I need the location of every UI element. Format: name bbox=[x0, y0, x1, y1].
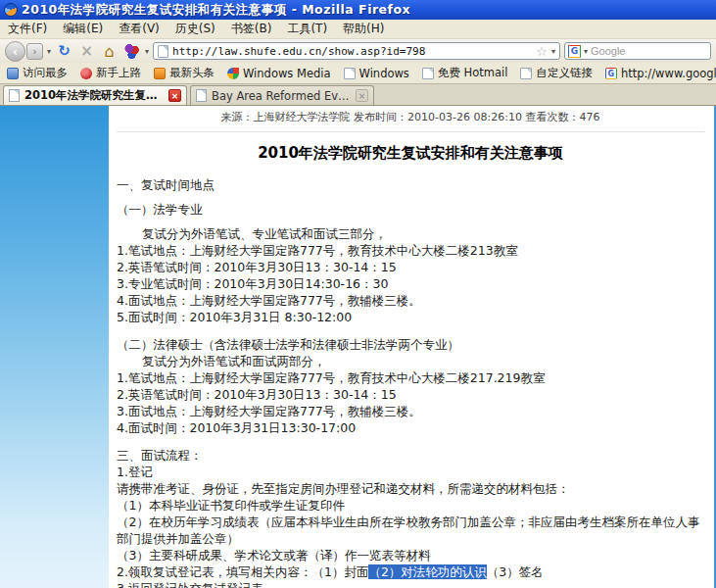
navigation-toolbar: ‹ › ▾ ↻ × ⌂ ▾ ☆ ▾ G ▾ bbox=[0, 39, 716, 63]
tab-active[interactable]: 2010年法学院研究生复试安…× bbox=[3, 85, 187, 105]
addon-balls-icon bbox=[124, 44, 139, 59]
bookmark-item[interactable]: Ghttp://www.google.… bbox=[605, 67, 716, 80]
article-line: 三、面试流程： bbox=[117, 447, 704, 464]
bookmark-label: Windows Media bbox=[243, 67, 331, 80]
article-line: 请携带准考证、身份证，先至指定房间办理登记和递交材料，所需递交的材料包括： bbox=[117, 480, 704, 497]
tab-bar: 2010年法学院研究生复试安…×Bay Area Reformed Evange… bbox=[0, 84, 716, 106]
article-panel: 来源：上海财经大学法学院 发布时间：2010-03-26 08:26:10 查看… bbox=[109, 106, 714, 588]
article-line: （1）本科毕业证书复印件或学生证复印件 bbox=[117, 497, 704, 514]
article-line: 复试分为外语笔试和面试两部分， bbox=[117, 353, 704, 369]
bookmark-label: 自定义链接 bbox=[536, 66, 593, 80]
bookmark-label: 访问最多 bbox=[23, 66, 68, 80]
menu-bar: 文件(F)编辑(E)查看(V)历史(S)书签(B)工具(T)帮助(H) bbox=[0, 20, 716, 39]
most-visited-icon bbox=[7, 68, 19, 79]
article-meta: 来源：上海财经大学法学院 发布时间：2010-03-26 08:26:10 查看… bbox=[117, 110, 704, 124]
menu-item[interactable]: 书签(B) bbox=[231, 21, 272, 37]
article-title: 2010年法学院研究生复试安排和有关注意事项 bbox=[117, 144, 704, 163]
article-line: 1.笔试地点：上海财经大学国定路777号，教育技术中心大楼二楼217.219教室 bbox=[117, 369, 704, 386]
menu-item[interactable]: 帮助(H) bbox=[343, 21, 384, 37]
firefox-logo-icon bbox=[4, 3, 18, 17]
search-input[interactable] bbox=[591, 45, 707, 57]
tab-close-icon[interactable]: × bbox=[356, 89, 368, 102]
article-line: 3.面试地点：上海财经大学国定路777号，教辅楼三楼。 bbox=[117, 403, 704, 419]
article-line: （3）主要科研成果、学术论文或著（译）作一览表等材料 bbox=[117, 547, 704, 564]
article-line: 2.英语笔试时间：2010年3月30日13：30-14：15 bbox=[117, 386, 704, 403]
bookmarks-toolbar: 访问最多新手上路最新头条Windows MediaWindows免费 Hotma… bbox=[0, 63, 716, 84]
bookmark-item[interactable]: 访问最多 bbox=[7, 66, 68, 80]
address-bar[interactable]: ☆ ▾ bbox=[153, 42, 560, 60]
bookmark-label: Windows bbox=[359, 67, 409, 80]
article-line: 3.专业笔试时间：2010年3月30日14:30-16：30 bbox=[117, 275, 704, 292]
tab-inactive[interactable]: Bay Area Reformed Evangeli…× bbox=[190, 85, 374, 105]
windows-media-icon bbox=[227, 68, 239, 79]
browser-window: 2010年法学院研究生复试安排和有关注意事项 - Mozilla Firefox… bbox=[0, 0, 716, 588]
google-search-icon: G bbox=[568, 45, 581, 58]
bookmark-label: 新手上路 bbox=[96, 66, 141, 80]
page-icon bbox=[196, 89, 207, 102]
latest-headlines-icon bbox=[154, 68, 166, 79]
article-line: 5.面试时间：2010年3月31日 8:30-12:00 bbox=[117, 309, 704, 325]
article-line: 复试分为外语笔试、专业笔试和面试三部分， bbox=[117, 225, 704, 242]
text-segment: 2.领取复试登记表，填写相关内容：（1）封面 bbox=[117, 564, 368, 579]
bookmark-item[interactable]: 免费 Hotmail bbox=[422, 66, 508, 80]
article-line: 2.英语笔试时间：2010年3月30日13：30-14：15 bbox=[117, 259, 704, 275]
site-favicon bbox=[158, 45, 168, 58]
getting-started-icon bbox=[80, 68, 92, 79]
tab-title: Bay Area Reformed Evangeli… bbox=[212, 89, 351, 103]
menu-item[interactable]: 历史(S) bbox=[175, 21, 215, 37]
google-icon: G bbox=[605, 68, 617, 79]
page-icon bbox=[422, 68, 434, 79]
menu-item[interactable]: 工具(T) bbox=[287, 21, 327, 37]
reload-button[interactable]: ↻ bbox=[55, 42, 73, 61]
history-dropdown-icon[interactable]: ▾ bbox=[47, 47, 51, 56]
stop-button[interactable]: × bbox=[77, 42, 96, 61]
window-title: 2010年法学院研究生复试安排和有关注意事项 - Mozilla Firefox bbox=[22, 2, 410, 19]
article-line: 4.面试地点：上海财经大学国定路777号，教辅楼三楼。 bbox=[117, 292, 704, 309]
bookmark-item[interactable]: Windows Media bbox=[227, 67, 331, 80]
forward-button[interactable]: › bbox=[26, 43, 43, 60]
article-line: 3.返回登记处交复试登记表 bbox=[117, 580, 704, 588]
menu-item[interactable]: 编辑(E) bbox=[63, 21, 103, 37]
article-line: 4.面试时间：2010年3月31日13:30-17:00 bbox=[117, 419, 704, 436]
article-line: 2.领取复试登记表，填写相关内容：（1）封面（2）对法轮功的认识（3）签名 bbox=[117, 564, 704, 580]
article-body: 一、复试时间地点（一）法学专业复试分为外语笔试、专业笔试和面试三部分，1.笔试地… bbox=[117, 176, 704, 588]
title-bar: 2010年法学院研究生复试安排和有关注意事项 - Mozilla Firefox bbox=[0, 0, 716, 20]
page-icon bbox=[520, 68, 532, 79]
article-line: （一）法学专业 bbox=[117, 201, 704, 218]
search-bar[interactable]: G ▾ bbox=[564, 42, 711, 60]
page-icon bbox=[9, 89, 20, 102]
article-line: （二）法律硕士（含法律硕士法学和法律硕士非法学两个专业） bbox=[117, 336, 704, 353]
page-left-sidebar bbox=[0, 106, 109, 588]
addon-button[interactable] bbox=[122, 42, 141, 61]
article-line: 1.登记 bbox=[117, 464, 704, 480]
divider bbox=[117, 131, 704, 132]
article-line: （2）在校历年学习成绩表（应届本科毕业生由所在学校教务部门加盖公章；非应届由考生… bbox=[117, 514, 704, 547]
bookmark-label: 最新头条 bbox=[169, 66, 215, 80]
bookmark-label: http://www.google.… bbox=[621, 67, 716, 80]
bookmark-item[interactable]: 新手上路 bbox=[80, 66, 141, 80]
tab-title: 2010年法学院研究生复试安… bbox=[24, 88, 164, 103]
article-line: 1.笔试地点：上海财经大学国定路777号，教育技术中心大楼二楼213教室 bbox=[117, 242, 704, 259]
text-segment: （3）签名 bbox=[487, 564, 544, 579]
tab-close-icon[interactable]: × bbox=[168, 89, 181, 102]
bookmark-label: 免费 Hotmail bbox=[438, 66, 508, 80]
article-line: 一、复试时间地点 bbox=[117, 176, 704, 193]
bookmark-star-icon[interactable]: ☆ bbox=[536, 44, 548, 59]
page-icon bbox=[344, 68, 356, 79]
menu-item[interactable]: 文件(F) bbox=[8, 21, 47, 37]
addon-dropdown-icon[interactable]: ▾ bbox=[145, 47, 149, 56]
page-content: 来源：上海财经大学法学院 发布时间：2010-03-26 08:26:10 查看… bbox=[0, 106, 716, 588]
bookmark-item[interactable]: 自定义链接 bbox=[520, 66, 593, 80]
url-input[interactable] bbox=[172, 45, 532, 58]
selected-text: （2）对法轮功的认识 bbox=[368, 564, 486, 579]
bookmark-item[interactable]: Windows bbox=[344, 67, 409, 80]
home-button[interactable]: ⌂ bbox=[100, 42, 119, 61]
menu-item[interactable]: 查看(V) bbox=[119, 21, 160, 37]
search-engine-dropdown-icon[interactable]: ▾ bbox=[584, 47, 588, 56]
url-dropdown-icon[interactable]: ▾ bbox=[551, 47, 555, 56]
bookmark-item[interactable]: 最新头条 bbox=[154, 66, 215, 80]
back-button[interactable]: ‹ bbox=[5, 41, 25, 62]
